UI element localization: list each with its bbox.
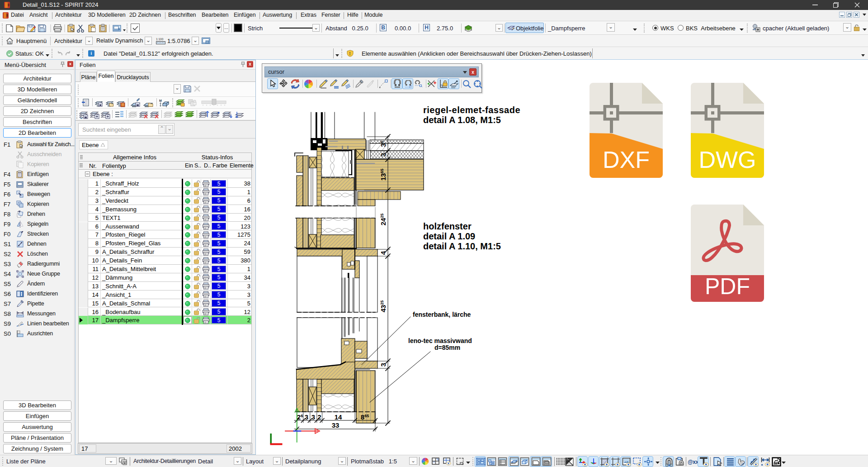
svg-text:2425: 2425 (379, 214, 387, 226)
svg-text:fensterbank, lärche: fensterbank, lärche (413, 311, 471, 318)
svg-text:!: ! (349, 51, 350, 56)
svg-text:detail A 1.08, M1:5: detail A 1.08, M1:5 (423, 115, 501, 125)
svg-text:4325: 4325 (379, 300, 387, 313)
svg-text:d=85mm: d=85mm (434, 344, 460, 351)
svg-text:2: 2 (317, 413, 321, 421)
svg-text:PDF: PDF (705, 274, 750, 299)
svg-text:26: 26 (297, 413, 303, 421)
svg-text:1:100: 1:100 (156, 38, 164, 41)
svg-text:leno-tec massivwand: leno-tec massivwand (408, 337, 472, 344)
svg-text:3: 3 (379, 363, 387, 367)
svg-text:detail A 1.09: detail A 1.09 (423, 231, 475, 241)
svg-text:4: 4 (379, 251, 387, 255)
svg-text:DXF: DXF (603, 147, 650, 173)
svg-text:holzfenster: holzfenster (423, 221, 472, 231)
svg-text:33: 33 (332, 421, 340, 429)
svg-text:3: 3 (311, 413, 315, 421)
svg-text:M: M (159, 99, 162, 102)
svg-text:3: 3 (305, 413, 308, 421)
svg-text:3: 3 (379, 153, 387, 157)
svg-text:DWG: DWG (698, 147, 756, 173)
svg-text:riegel-elemet-fassade: riegel-elemet-fassade (423, 105, 520, 115)
svg-text:detail A 1.10, M1:5: detail A 1.10, M1:5 (423, 241, 501, 251)
svg-text:14: 14 (335, 413, 342, 421)
